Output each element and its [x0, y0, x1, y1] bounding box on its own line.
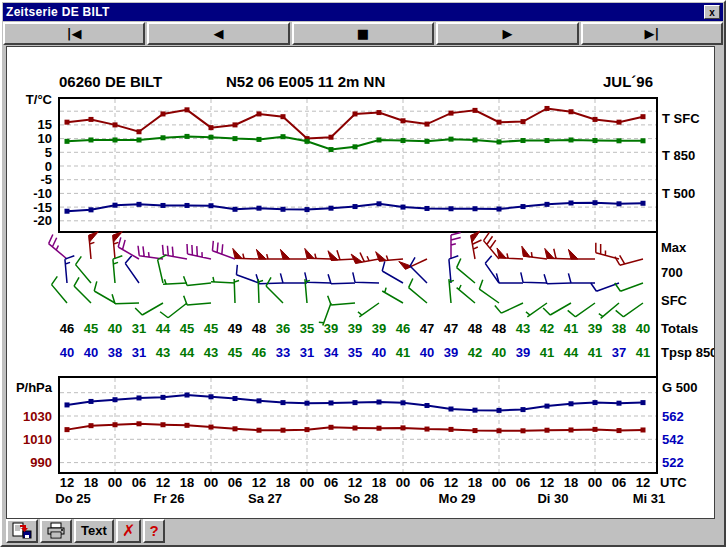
value-tpsp-850: 43: [204, 345, 218, 360]
header-location: N52 06 E005 11 2m NN: [226, 73, 385, 90]
value-totals: 40: [108, 321, 122, 336]
value-totals: 46: [60, 321, 74, 336]
value-tpsp-850: 40: [84, 345, 98, 360]
value-totals: 45: [204, 321, 218, 336]
value-totals: 40: [636, 321, 650, 336]
save-button[interactable]: [6, 519, 38, 543]
bottom-toolbar: Text ✗ ?: [6, 517, 165, 544]
skip-forward-button[interactable]: ▶|: [581, 22, 723, 45]
day-label: Fr 26: [153, 491, 184, 506]
value-totals: 43: [516, 321, 530, 336]
value-tpsp-850: 40: [420, 345, 434, 360]
hour-tick-label: 06: [516, 475, 530, 490]
value-totals: 31: [132, 321, 146, 336]
header-station-id: 06260 DE BILT: [59, 73, 162, 90]
titlebar[interactable]: Zeitserie DE BILT x: [3, 3, 723, 21]
pressure-axis-label: P/hPa: [16, 380, 53, 395]
value-tpsp-850: 40: [60, 345, 74, 360]
skip-backward-button[interactable]: |◀: [3, 22, 145, 45]
utc-label: UTC: [660, 475, 687, 490]
print-button[interactable]: [40, 519, 72, 543]
pressure-tick-label: 990: [30, 455, 52, 470]
day-label: Mo 29: [439, 491, 476, 506]
wind-row-label-sfc: SFC: [661, 293, 688, 308]
hour-tick-label: 00: [492, 475, 506, 490]
value-tpsp-850: 45: [228, 345, 242, 360]
chart-client-area: 151050-5-10-15-2010305621010542990522464…: [6, 46, 715, 519]
value-tpsp-850: 34: [324, 345, 339, 360]
pressure-tick-label: 1030: [23, 409, 52, 424]
value-tpsp-850: 31: [300, 345, 314, 360]
value-tpsp-850: 37: [612, 345, 626, 360]
hour-tick-label: 06: [228, 475, 242, 490]
hour-tick-label: 12: [60, 475, 74, 490]
wind-row-label-max: Max: [661, 240, 687, 255]
value-totals: 45: [84, 321, 98, 336]
hour-tick-label: 18: [372, 475, 386, 490]
text-button-label: Text: [81, 523, 107, 538]
value-totals: 42: [540, 321, 554, 336]
value-tpsp-850: 39: [444, 345, 458, 360]
value-totals: 48: [468, 321, 482, 336]
value-tpsp-850: 41: [396, 345, 410, 360]
hour-tick-label: 00: [108, 475, 122, 490]
day-label: Sa 27: [248, 491, 282, 506]
step-backward-button[interactable]: ◀: [147, 22, 289, 45]
hour-tick-label: 06: [132, 475, 146, 490]
hour-tick-label: 18: [276, 475, 290, 490]
hour-tick-label: 00: [300, 475, 314, 490]
step-forward-button[interactable]: ▶: [436, 22, 578, 45]
save-icon: [12, 522, 32, 539]
legend-t-850: T 850: [662, 148, 695, 163]
help-question-icon: ?: [149, 523, 158, 538]
hour-tick-label: 06: [612, 475, 626, 490]
hour-tick-label: 00: [588, 475, 602, 490]
value-totals: 45: [180, 321, 194, 336]
value-tpsp-850: 43: [156, 345, 170, 360]
hour-tick-label: 12: [636, 475, 650, 490]
row-label-totals: Totals: [661, 321, 698, 336]
row-label-tpsp-850: Tpsp 850: [661, 345, 714, 360]
legend-t-500: T 500: [662, 186, 695, 201]
hour-tick-label: 12: [540, 475, 554, 490]
value-totals: 39: [372, 321, 386, 336]
value-tpsp-850: 41: [540, 345, 554, 360]
hour-tick-label: 00: [204, 475, 218, 490]
temp-axis-label: T/°C: [26, 92, 53, 107]
hour-tick-label: 06: [324, 475, 338, 490]
geopotential-tick-label: 562: [662, 409, 684, 424]
value-totals: 38: [612, 321, 626, 336]
value-tpsp-850: 33: [276, 345, 290, 360]
wind-row-label-700: 700: [661, 265, 683, 280]
delete-x-icon: ✗: [122, 523, 135, 539]
header-month: JUL´96: [603, 73, 653, 90]
value-tpsp-850: 41: [588, 345, 602, 360]
hour-tick-label: 18: [84, 475, 98, 490]
hour-tick-label: 12: [252, 475, 266, 490]
value-tpsp-850: 38: [108, 345, 122, 360]
text-button[interactable]: Text: [74, 519, 114, 543]
value-totals: 49: [228, 321, 242, 336]
delete-button[interactable]: ✗: [116, 519, 141, 543]
geopotential-axis-label: G 500: [662, 380, 697, 395]
value-totals: 39: [348, 321, 362, 336]
day-label: Di 30: [537, 491, 568, 506]
close-button[interactable]: x: [704, 5, 720, 19]
timeseries-plot: 151050-5-10-15-2010305621010542990522464…: [7, 47, 714, 518]
value-totals: 47: [444, 321, 458, 336]
help-button[interactable]: ?: [143, 519, 164, 543]
value-tpsp-850: 31: [132, 345, 146, 360]
value-tpsp-850: 39: [516, 345, 530, 360]
value-totals: 39: [324, 321, 338, 336]
printer-icon: [46, 522, 66, 539]
geopotential-tick-label: 542: [662, 432, 684, 447]
value-totals: 39: [588, 321, 602, 336]
temp-tick-label: -20: [33, 213, 52, 228]
pressure-tick-label: 1010: [23, 432, 52, 447]
value-totals: 48: [252, 321, 266, 336]
stop-button[interactable]: ■: [292, 22, 434, 45]
hour-tick-label: 18: [468, 475, 482, 490]
app-window: Zeitserie DE BILT x |◀ ◀ ■ ▶ ▶| 151050-5…: [0, 0, 726, 547]
value-tpsp-850: 42: [468, 345, 482, 360]
day-label: Do 25: [55, 491, 90, 506]
